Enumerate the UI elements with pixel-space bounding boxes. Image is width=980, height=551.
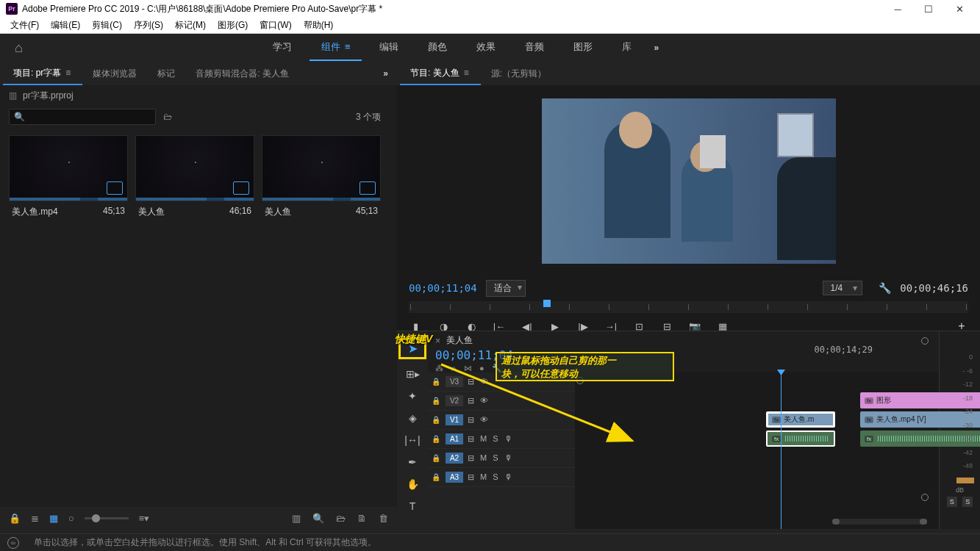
ruler-time: 00;00;14;29	[815, 345, 873, 355]
sync-lock-icon[interactable]	[921, 337, 929, 345]
icon-view-icon[interactable]: ▦	[49, 513, 58, 524]
menu-edit[interactable]: 编辑(E)	[45, 18, 86, 33]
item-name: 美人鱼	[265, 206, 291, 218]
window-title: Adobe Premiere Pro CC 2019 - C:\用户\86188…	[22, 3, 382, 15]
menu-marker[interactable]: 标记(M)	[169, 18, 212, 33]
timeline-h-scrollbar[interactable]	[832, 519, 927, 525]
menu-clip[interactable]: 剪辑(C)	[86, 18, 128, 33]
close-sequence-icon[interactable]: ×	[435, 336, 440, 346]
video-type-icon	[107, 181, 123, 195]
menu-window[interactable]: 窗口(W)	[254, 18, 297, 33]
workspace-bar: ⌂ 学习 组件≡ 编辑 颜色 效果 音频 图形 库 »	[0, 34, 980, 62]
track-a3[interactable]: 🔒A3⊟MS🎙	[428, 468, 575, 487]
panel-overflow-icon[interactable]: »	[377, 68, 394, 79]
menu-sequence[interactable]: 序列(S)	[128, 18, 169, 33]
automate-icon[interactable]: ▥	[292, 513, 301, 524]
delete-icon[interactable]: 🗑	[379, 513, 388, 524]
program-current-time[interactable]: 00;00;11;04	[409, 282, 477, 294]
program-scrub-bar[interactable]	[409, 301, 968, 313]
tab-audio-mixer[interactable]: 音频剪辑混合器: 美人鱼	[185, 63, 299, 84]
track-v1[interactable]: 🔒V1⊟👁	[428, 411, 575, 430]
workspace-graphics[interactable]: 图形	[562, 35, 604, 61]
workspace-audio[interactable]: 音频	[513, 35, 556, 61]
new-item-icon[interactable]: 🗎	[357, 513, 367, 524]
creative-cloud-icon[interactable]: ∞	[7, 537, 19, 549]
item-duration: 46;16	[229, 206, 251, 218]
program-duration: 00;00;46;16	[900, 282, 968, 294]
solo-right[interactable]: S	[962, 497, 973, 507]
type-tool[interactable]: T	[402, 499, 423, 514]
menubar: 文件(F) 编辑(E) 剪辑(C) 序列(S) 标记(M) 图形(G) 窗口(W…	[0, 18, 980, 34]
item-duration: 45;13	[356, 206, 378, 218]
track-headers: 🔒V3⊟👁 🔒V2⊟👁 🔒V1⊟👁 🔒A1⊟MS🎙 🔒A2⊟MS🎙 🔒A3⊟MS…	[428, 372, 575, 529]
timeline-tools: ➤ ⊞▸ ✦ ◈ |↔| ✒ ✋ T	[397, 331, 428, 529]
playhead-icon[interactable]	[543, 300, 551, 307]
workspace-editing[interactable]: 编辑	[368, 35, 410, 61]
item-duration: 45;13	[103, 206, 125, 218]
fit-dropdown[interactable]: 适合	[486, 280, 526, 297]
track-a2[interactable]: 🔒A2⊟MS🎙	[428, 449, 575, 468]
solo-left[interactable]: S	[947, 497, 957, 507]
track-a1[interactable]: 🔒A1⊟MS🎙	[428, 430, 575, 449]
tab-media-browser[interactable]: 媒体浏览器	[82, 63, 147, 84]
maximize-button[interactable]: ☐	[914, 1, 943, 17]
annotation-shortcut-label: 快捷键V	[395, 333, 432, 346]
video-preview[interactable]	[542, 98, 836, 264]
minimize-button[interactable]: ─	[883, 1, 912, 17]
menu-help[interactable]: 帮助(H)	[298, 18, 340, 33]
timeline-playhead[interactable]	[781, 372, 782, 529]
search-input[interactable]: 🔍	[9, 109, 156, 125]
tab-markers[interactable]: 标记	[147, 63, 185, 84]
clip-audio-split[interactable]: fx	[766, 431, 835, 447]
project-filename: pr字幕.prproj	[23, 90, 74, 102]
project-panel: 项目: pr字幕≡ 媒体浏览器 标记 音频剪辑混合器: 美人鱼 » ▥ pr字幕…	[0, 62, 397, 529]
track-select-tool[interactable]: ⊞▸	[402, 367, 423, 381]
sort-icon[interactable]: ≡▾	[139, 513, 150, 524]
freeform-view-icon[interactable]: ○	[68, 513, 74, 524]
workspace-overflow-icon[interactable]: »	[646, 38, 666, 57]
new-bin-icon[interactable]: 🗁	[163, 112, 172, 122]
project-item[interactable]: 美人鱼.mp445;13	[9, 135, 128, 223]
sequence-type-icon	[233, 181, 249, 195]
menu-file[interactable]: 文件(F)	[4, 18, 45, 33]
scale-dropdown[interactable]: 1/4	[823, 281, 863, 295]
razor-tool[interactable]: ◈	[402, 411, 423, 425]
zoom-slider[interactable]	[85, 517, 129, 519]
timeline-panel: ➤ ⊞▸ ✦ ◈ |↔| ✒ ✋ T ×美人鱼 00;00;11;04 ⁂ ∩ …	[397, 331, 980, 529]
menu-graphics[interactable]: 图形(G)	[212, 18, 254, 33]
item-count: 3 个项	[356, 111, 388, 123]
list-view-icon[interactable]: ≣	[31, 513, 39, 524]
pen-tool[interactable]: ✒	[402, 455, 423, 469]
workspace-assembly[interactable]: 组件≡	[310, 35, 362, 61]
premiere-icon: Pr	[6, 3, 18, 15]
workspace-effects[interactable]: 效果	[465, 35, 507, 61]
meter-peak-icon	[956, 478, 974, 483]
titlebar: Pr Adobe Premiere Pro CC 2019 - C:\用户\86…	[0, 0, 980, 18]
hand-tool[interactable]: ✋	[402, 477, 423, 491]
timeline-tracks-area[interactable]: fx图形 fx美人鱼.m fx美人鱼.mp4 [V] fx fx	[575, 372, 939, 529]
tab-project[interactable]: 项目: pr字幕≡	[3, 62, 82, 85]
home-icon[interactable]: ⌂	[7, 37, 30, 59]
status-bar: ∞ 单击以选择，或单击空白处并拖动以进行框选。使用 Shift、Alt 和 Ct…	[0, 533, 980, 551]
track-v2[interactable]: 🔒V2⊟👁	[428, 392, 575, 411]
clip-video-split[interactable]: fx美人鱼.m	[766, 411, 835, 428]
workspace-library[interactable]: 库	[610, 35, 643, 61]
tab-program[interactable]: 节目: 美人鱼≡	[400, 62, 481, 85]
workspace-learn[interactable]: 学习	[261, 35, 304, 61]
audio-meter: 0 - -6 -12 -18 -24 -30 -36 -42 -48 - -54…	[939, 331, 980, 529]
project-bottom-toolbar: 🔒 ≣ ▦ ○ ≡▾ ▥ 🔍 🗁 🗎 🗑	[0, 507, 397, 529]
slip-tool[interactable]: |↔|	[402, 433, 423, 447]
item-name: 美人鱼.mp4	[12, 206, 58, 218]
project-item[interactable]: 美人鱼46;16	[135, 135, 254, 223]
sequence-name[interactable]: 美人鱼	[446, 334, 473, 347]
tab-source[interactable]: 源:（无剪辑）	[481, 63, 557, 84]
workspace-color[interactable]: 颜色	[416, 35, 459, 61]
new-bin-button[interactable]: 🗁	[336, 513, 346, 524]
lock-icon[interactable]: 🔒	[9, 513, 21, 524]
settings-icon[interactable]: 🔧	[879, 282, 891, 294]
find-icon[interactable]: 🔍	[312, 513, 324, 524]
ripple-edit-tool[interactable]: ✦	[402, 389, 423, 403]
close-button[interactable]: ✕	[945, 1, 974, 17]
sync-indicator-icon	[921, 494, 929, 501]
project-item[interactable]: 美人鱼45;13	[262, 135, 381, 223]
